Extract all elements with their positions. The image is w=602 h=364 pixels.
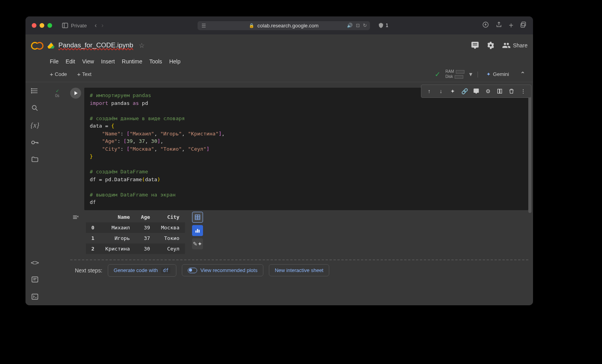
svg-rect-20 — [32, 294, 38, 299]
toolbar: +Code +Text ✓ RAM Disk ▾ | ✦ Gemini ⌃ — [25, 67, 533, 82]
refresh-icon[interactable]: ↻ — [363, 23, 367, 28]
dataframe-tools: ✎✦ — [192, 212, 203, 249]
colab-logo-icon[interactable] — [31, 41, 44, 50]
resource-meter[interactable]: RAM Disk — [445, 69, 464, 79]
drive-icon[interactable] — [47, 42, 54, 49]
files-icon[interactable] — [30, 155, 40, 164]
code-cell: ✓ 0s # импортируем pandas import pandas … — [47, 88, 528, 210]
menu-runtime[interactable]: Runtime — [122, 58, 142, 65]
svg-point-13 — [32, 141, 34, 144]
add-code-button[interactable]: +Code — [47, 69, 69, 79]
output-area: Name Age City 0 Михаил 39 Москва 1 — [47, 212, 528, 254]
menu-bar: File Edit View Insert Runtime Tools Help — [25, 56, 533, 67]
chart-icon[interactable] — [192, 225, 203, 236]
svg-rect-27 — [196, 231, 197, 232]
resources-dropdown-icon[interactable]: ▾ — [469, 70, 472, 78]
svg-point-8 — [31, 88, 32, 89]
toc-icon[interactable] — [30, 86, 40, 96]
menu-file[interactable]: File — [50, 58, 59, 65]
shield-count: 1 — [386, 23, 388, 28]
menu-view[interactable]: View — [82, 58, 94, 65]
address-bar[interactable]: ☰ 🔒 colab.research.google.com 🔊 ⊡ ↻ — [198, 21, 370, 30]
scrollbar[interactable] — [528, 88, 531, 213]
share-button[interactable]: Share — [502, 41, 528, 50]
run-cell-button[interactable] — [70, 88, 81, 99]
reader-icon[interactable]: ☰ — [201, 23, 206, 29]
code-snippets-icon[interactable]: <> — [30, 258, 40, 267]
ai-suggest-icon[interactable]: ✦ — [449, 87, 457, 95]
settings-icon[interactable] — [486, 41, 495, 50]
link-cell-icon[interactable]: 🔗 — [461, 87, 468, 95]
forward-button[interactable]: › — [102, 22, 103, 29]
svg-point-9 — [31, 90, 32, 91]
traffic-lights — [32, 23, 52, 28]
generate-code-button[interactable]: Generate code with df — [108, 264, 176, 277]
back-button[interactable]: ‹ — [94, 22, 96, 29]
exec-success-icon: ✓ — [56, 88, 59, 94]
tabs-icon[interactable] — [520, 21, 527, 30]
content-area: {x} <> ↑ ↓ ✦ 🔗 ⚙ ⋮ — [25, 82, 533, 305]
downloads-icon[interactable] — [482, 21, 489, 30]
menu-edit[interactable]: Edit — [66, 58, 75, 65]
menu-insert[interactable]: Insert — [101, 58, 115, 65]
svg-point-10 — [31, 92, 32, 93]
maximize-window-button[interactable] — [47, 23, 52, 28]
connection-status-icon[interactable]: ✓ — [435, 70, 441, 79]
new-tab-icon[interactable]: + — [509, 21, 513, 30]
nav-arrows: ‹ › — [94, 22, 103, 29]
secrets-icon[interactable] — [30, 138, 40, 147]
variables-icon[interactable]: {x} — [30, 121, 40, 130]
interactive-sheet-button[interactable]: New interactive sheet — [269, 264, 329, 276]
lock-icon: 🔒 — [249, 23, 254, 28]
translate-icon[interactable]: ⊡ — [356, 23, 360, 28]
comments-icon[interactable] — [471, 41, 479, 50]
minimize-window-button[interactable] — [40, 23, 44, 28]
close-window-button[interactable] — [32, 23, 36, 28]
svg-line-12 — [36, 109, 38, 111]
mirror-cell-icon[interactable] — [496, 87, 504, 95]
svg-rect-22 — [500, 89, 502, 94]
more-cell-icon[interactable]: ⋮ — [519, 87, 527, 95]
output-toggle-icon[interactable] — [70, 212, 81, 223]
command-palette-icon[interactable] — [30, 275, 40, 284]
sound-icon[interactable]: 🔊 — [347, 23, 353, 28]
table-row: 0 Михаил 39 Москва — [86, 222, 185, 233]
collapse-toolbar-icon[interactable]: ⌃ — [517, 69, 528, 79]
next-steps-label: Next steps: — [75, 267, 102, 274]
table-row: 2 Кристина 30 Сеул — [86, 243, 185, 254]
index-header — [86, 212, 100, 222]
interactive-table-icon[interactable] — [192, 212, 203, 223]
delete-cell-icon[interactable] — [508, 87, 515, 95]
move-down-icon[interactable]: ↓ — [437, 87, 445, 95]
magic-wand-icon[interactable]: ✎✦ — [192, 238, 203, 249]
gemini-icon: ✦ — [486, 71, 491, 77]
add-text-button[interactable]: +Text — [75, 69, 94, 79]
table-row: 1 Игорь 37 Токио — [86, 233, 185, 243]
search-icon[interactable] — [30, 103, 40, 113]
sidebar-toggle[interactable]: Private — [60, 21, 88, 30]
toggle-icon — [188, 268, 197, 273]
menu-tools[interactable]: Tools — [149, 58, 162, 65]
move-up-icon[interactable]: ↑ — [425, 87, 433, 95]
svg-point-11 — [32, 105, 36, 109]
terminal-icon[interactable] — [30, 292, 40, 301]
divider — [70, 259, 528, 260]
next-steps-row: Next steps: Generate code with df View r… — [47, 264, 528, 281]
main-panel: ↑ ↓ ✦ 🔗 ⚙ ⋮ ✓ 0s # импортируем pand — [44, 82, 533, 305]
col-city: City — [156, 212, 185, 222]
cell-settings-icon[interactable]: ⚙ — [484, 87, 492, 95]
share-icon[interactable] — [495, 21, 502, 30]
svg-rect-0 — [62, 23, 68, 28]
menu-help[interactable]: Help — [169, 58, 181, 65]
browser-chrome: Private ‹ › ☰ 🔒 colab.research.google.co… — [25, 16, 533, 34]
notebook-filename[interactable]: Pandas_for_CODE.ipynb — [58, 41, 133, 49]
code-editor[interactable]: # импортируем pandas import pandas as pd… — [84, 88, 528, 210]
exec-time: 0s — [55, 94, 60, 98]
comment-cell-icon[interactable] — [472, 87, 480, 95]
privacy-shield[interactable]: 1 — [378, 22, 388, 29]
gemini-button[interactable]: ✦ Gemini — [483, 70, 512, 79]
browser-window: Private ‹ › ☰ 🔒 colab.research.google.co… — [25, 16, 533, 305]
url-text: colab.research.google.com — [257, 23, 319, 29]
star-icon[interactable]: ☆ — [139, 41, 145, 50]
view-plots-button[interactable]: View recommended plots — [182, 264, 263, 276]
